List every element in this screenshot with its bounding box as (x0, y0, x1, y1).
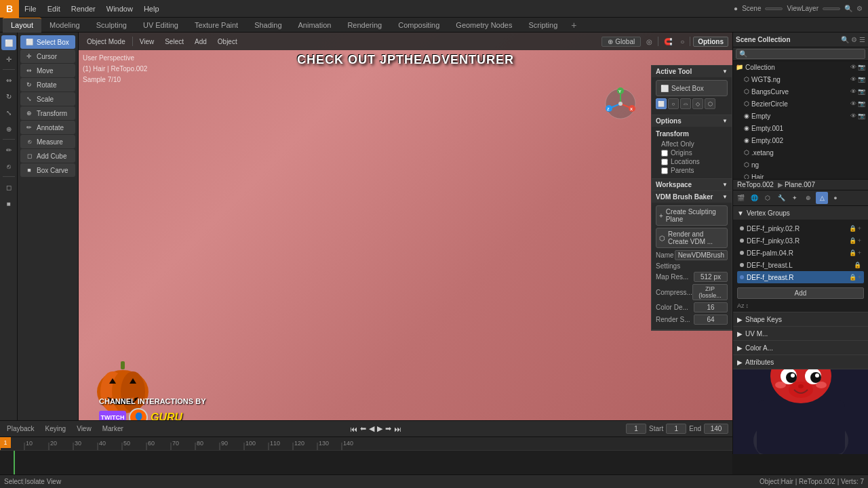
end-frame-input[interactable]: 140 (704, 424, 728, 434)
tab-uv-editing[interactable]: UV Editing (135, 18, 186, 33)
timeline-playback-tab[interactable]: Playback (4, 424, 37, 433)
play-reverse-btn[interactable]: ◀ (369, 424, 374, 433)
tool-icon-rotate[interactable]: ↻ (1, 89, 16, 104)
create-sculpting-plane-btn[interactable]: + Create Sculpting Plane (656, 205, 728, 226)
play-btn[interactable]: ▶ (377, 424, 382, 433)
shape-keys-header[interactable]: ▶ Shape Keys (733, 312, 868, 326)
outliner-empty001[interactable]: ◉ Empty.001 (733, 122, 868, 134)
vg-f-breast-l[interactable]: DEF-f_breast.L 🔒 (737, 259, 864, 271)
prop-tab-object-data[interactable]: △ (816, 192, 828, 204)
outliner-empty[interactable]: ◉ Empty 👁 📷 (733, 110, 868, 122)
prop-tab-object[interactable]: ⬡ (762, 192, 774, 204)
timeline-keying-tab[interactable]: Keying (43, 424, 69, 433)
outliner-wgt-ng[interactable]: ⬡ WGT$.ng 👁 📷 (733, 73, 868, 85)
viewport-snap-btn[interactable]: 🧲 (661, 37, 675, 46)
timeline-marker-tab[interactable]: Marker (100, 424, 126, 433)
options-button[interactable]: Options (693, 37, 728, 47)
transform-sub-header[interactable]: Transform (656, 129, 728, 138)
outliner-beziercircle[interactable]: ⬡ BezierCircle 👁 📷 (733, 98, 868, 110)
outliner-xetang[interactable]: ⬡ .xetang (733, 146, 868, 159)
current-frame-input[interactable]: 1 (626, 424, 646, 434)
timeline-ruler[interactable]: 1 10 20 30 40 50 60 70 80 90 100 110 120 (0, 437, 732, 451)
viewport-object-menu[interactable]: Object (214, 37, 241, 47)
viewport-mode-select[interactable]: Object Mode (83, 37, 130, 47)
tab-rendering[interactable]: Rendering (339, 18, 390, 33)
vg-f-pinky-02r[interactable]: DEF-f_pinky.02.R 🔒 + (737, 222, 864, 235)
render-create-vdm-btn[interactable]: ⬡ Render and Create VDM ... (656, 228, 728, 248)
menu-window[interactable]: Window (101, 3, 138, 14)
prop-tab-modifier[interactable]: 🔧 (775, 192, 787, 204)
vg-f-pinky-03r[interactable]: DEF-f_pinky.03.R 🔒 + (737, 235, 864, 247)
tool-icon-cursor[interactable]: ✛ (1, 52, 16, 66)
outliner-search-input[interactable] (736, 49, 865, 59)
tool-cursor[interactable]: ✛ Cursor (20, 49, 75, 63)
tool-mode-5[interactable]: ⬡ (705, 98, 715, 109)
uv-maps-header[interactable]: ▶ UV M... (733, 327, 868, 340)
tool-icon-measure[interactable]: ⎋ (1, 159, 16, 174)
tool-icon-move[interactable]: ⇔ (1, 73, 16, 87)
viewport-select-menu[interactable]: Select (161, 37, 188, 47)
tab-shading[interactable]: Shading (246, 18, 290, 33)
menu-file[interactable]: File (19, 3, 42, 14)
tab-sculpting[interactable]: Sculpting (88, 18, 135, 33)
tool-icon-add-cube[interactable]: ◻ (1, 180, 16, 195)
scene-filter-icon[interactable]: 🔍 (841, 36, 849, 43)
start-frame-input[interactable]: 1 (666, 424, 686, 434)
viewport-add-menu[interactable]: Add (191, 37, 211, 47)
tool-icon-select[interactable]: ⬜ (1, 35, 16, 50)
tool-rotate[interactable]: ↻ Rotate (20, 78, 75, 92)
prev-keyframe-btn[interactable]: ⬅ (360, 424, 366, 433)
outliner-collection[interactable]: 📁 Collection 👁 📷 (733, 61, 868, 73)
tab-layout[interactable]: Layout (3, 18, 41, 33)
render-icon[interactable]: 📷 (858, 64, 865, 70)
tool-mode-circle[interactable]: ○ (668, 98, 679, 109)
scene-select[interactable] (765, 7, 783, 10)
tool-measure[interactable]: ⎋ Measure (20, 135, 75, 148)
tool-select-box[interactable]: ⬜ Select Box (20, 35, 75, 49)
jump-end-btn[interactable]: ⏭ (394, 425, 401, 433)
tool-box-carve[interactable]: ■ Box Carve (20, 163, 75, 177)
tool-icon-scale[interactable]: ⤡ (1, 105, 16, 120)
viewlayer-select[interactable] (823, 7, 840, 10)
outliner-hair[interactable]: ⬡ Hair (733, 171, 868, 180)
attributes-header[interactable]: ▶ Attributes (733, 355, 868, 369)
viewport-proportional-btn[interactable]: ○ (677, 37, 687, 46)
prop-tab-world[interactable]: 🌐 (748, 192, 760, 204)
tool-add-cube[interactable]: ◻ Add Cube (20, 149, 75, 163)
scene-filter2-icon[interactable]: ☰ (859, 36, 865, 43)
vg-add-btn[interactable]: Add (737, 287, 864, 299)
viewport-view-menu[interactable]: View (136, 37, 159, 47)
vertex-groups-header[interactable]: ▼ Vertex Groups (733, 206, 868, 220)
outliner-empty002[interactable]: ◉ Empty.002 (733, 134, 868, 146)
tool-mode-4[interactable]: ◇ (692, 98, 703, 109)
tool-scale[interactable]: ⤡ Scale (20, 92, 75, 106)
options-header[interactable]: Options ▼ (652, 115, 732, 127)
tool-icon-transform[interactable]: ⊕ (1, 121, 16, 136)
tab-animation[interactable]: Animation (290, 18, 340, 33)
jump-start-btn[interactable]: ⏮ (350, 425, 357, 433)
tab-compositing[interactable]: Compositing (390, 18, 448, 33)
tool-icon-annotate[interactable]: ✏ (1, 142, 16, 157)
origins-checkbox[interactable] (661, 150, 668, 157)
tab-geometry-nodes[interactable]: Geometry Nodes (448, 18, 520, 33)
timeline-tracks[interactable] (0, 451, 732, 475)
tool-annotate[interactable]: ✏ Annotate (20, 121, 75, 134)
next-keyframe-btn[interactable]: ➡ (385, 424, 391, 433)
menu-edit[interactable]: Edit (42, 3, 66, 14)
parents-checkbox[interactable] (661, 167, 668, 174)
locations-checkbox[interactable] (661, 159, 668, 165)
vg-palm-04r[interactable]: DEF-palm.04.R 🔒 + (737, 247, 864, 259)
tool-select-preview[interactable]: ⬜ Select Box (656, 80, 728, 96)
outliner-bangscurve[interactable]: ⬡ BangsCurve 👁 📷 (733, 85, 868, 98)
vg-f-breast-r[interactable]: DEF-f_breast.R 🔒 + (737, 271, 864, 283)
timeline-view-tab[interactable]: View (74, 424, 94, 433)
scene-settings-icon[interactable]: ⚙ (851, 36, 857, 43)
frame-1-marker[interactable]: 1 (0, 437, 11, 448)
tab-scripting[interactable]: Scripting (520, 18, 566, 33)
prop-tab-material[interactable]: ● (829, 192, 842, 204)
tool-mode-box[interactable]: ⬜ (656, 98, 667, 109)
color-attributes-header[interactable]: ▶ Color A... (733, 341, 868, 354)
prop-tab-scene[interactable]: 🎬 (734, 192, 747, 204)
prop-tab-particles[interactable]: ✦ (789, 192, 801, 204)
menu-render[interactable]: Render (66, 3, 101, 14)
